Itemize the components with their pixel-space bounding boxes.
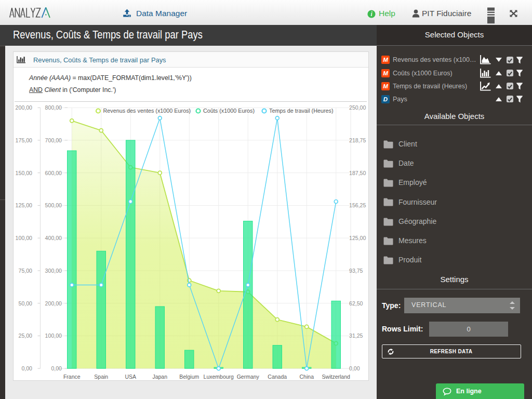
svg-text:800,00: 800,00 [45, 104, 62, 111]
svg-text:0,00: 0,00 [51, 365, 62, 371]
svg-text:50,00: 50,00 [18, 300, 32, 307]
svg-text:Switzerland: Switzerland [322, 374, 350, 380]
svg-text:Belgium: Belgium [179, 374, 199, 380]
svg-text:China: China [300, 374, 314, 380]
svg-text:500,00: 500,00 [45, 202, 62, 208]
svg-text:250,00: 250,00 [349, 104, 366, 111]
svg-text:700,00: 700,00 [45, 137, 62, 143]
svg-text:USA: USA [125, 374, 136, 380]
svg-text:156,25: 156,25 [349, 202, 366, 208]
svg-text:Coûts (x1000 Euros): Coûts (x1000 Euros) [203, 108, 255, 114]
svg-text:25,00: 25,00 [18, 332, 32, 339]
svg-text:600,00: 600,00 [45, 170, 62, 176]
svg-text:300,00: 300,00 [45, 268, 62, 274]
svg-text:Revenus des ventes (x1000 Euro: Revenus des ventes (x1000 Euros) [103, 108, 191, 114]
svg-text:187,50: 187,50 [349, 170, 366, 176]
svg-text:Luxembourg: Luxembourg [204, 374, 234, 380]
svg-text:93,75: 93,75 [349, 268, 363, 274]
svg-text:100,00: 100,00 [45, 332, 62, 339]
svg-text:200,00: 200,00 [45, 300, 62, 307]
svg-text:100,00: 100,00 [16, 235, 33, 241]
svg-text:31,25: 31,25 [349, 332, 363, 339]
svg-text:0,00: 0,00 [349, 365, 360, 371]
svg-text:Temps de travail (Heures): Temps de travail (Heures) [269, 108, 334, 114]
svg-text:200,00: 200,00 [16, 104, 33, 111]
svg-text:Japan: Japan [152, 374, 167, 380]
svg-text:Germany: Germany [237, 374, 260, 380]
svg-text:150,00: 150,00 [16, 170, 33, 176]
svg-text:France: France [63, 374, 81, 380]
svg-text:0,00: 0,00 [21, 365, 32, 371]
svg-text:125,00: 125,00 [16, 202, 33, 208]
svg-text:175,00: 175,00 [16, 137, 33, 143]
svg-text:218,75: 218,75 [349, 137, 366, 143]
svg-text:62,50: 62,50 [349, 300, 363, 307]
svg-text:Spain: Spain [94, 374, 108, 380]
svg-text:400,00: 400,00 [45, 235, 62, 241]
svg-text:75,00: 75,00 [18, 268, 32, 274]
svg-text:Canada: Canada [268, 374, 287, 380]
svg-text:125,00: 125,00 [349, 235, 366, 241]
